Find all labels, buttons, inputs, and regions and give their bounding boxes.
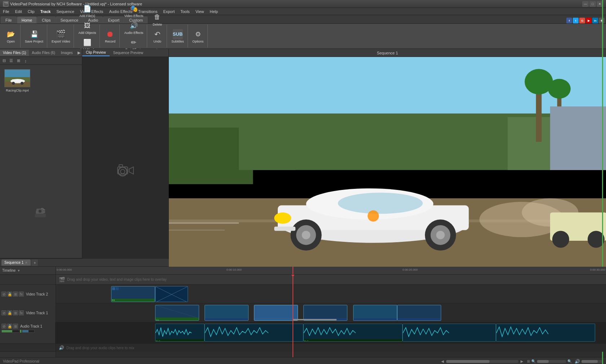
open-button[interactable]: 📂 Open [3, 28, 19, 44]
export-icon: 🎬 [56, 29, 66, 39]
clip-preview-tabs: Clip Preview Sequence Preview [82, 49, 168, 57]
at1-add-btn[interactable]: ⊞ [13, 324, 18, 329]
vt1-clip-4[interactable] [303, 305, 347, 321]
master-volume-slider[interactable] [581, 360, 603, 363]
grid-view-btn[interactable]: ⊞ [15, 58, 22, 64]
audio-clip-2[interactable] [205, 324, 304, 342]
tab-file[interactable]: File [1, 17, 17, 23]
svg-point-39 [338, 193, 423, 214]
vt1-lock-btn[interactable]: 🔒 [7, 310, 12, 315]
video-effects-button[interactable]: 🎭 Video Effects [122, 3, 146, 19]
view-toggle-btn[interactable]: ⊟ [1, 58, 7, 64]
minimize-button[interactable]: — [582, 1, 589, 7]
ribbon-group-open: 📂 Open [1, 25, 21, 48]
svg-rect-47 [274, 227, 295, 231]
audio-clip-5[interactable] [496, 324, 595, 342]
vt2-clip-2[interactable] [155, 286, 188, 302]
add-blank-icon: ⬜ [82, 37, 92, 48]
vt1-clip-5[interactable] [353, 305, 397, 321]
tab-clips[interactable]: Clips [37, 17, 55, 23]
google-icon[interactable]: G [579, 18, 585, 23]
menu-file[interactable]: File [0, 8, 12, 15]
sort-btn[interactable]: ↕ [22, 58, 29, 64]
clip-preview-tab[interactable]: Clip Preview [82, 49, 110, 56]
add-files-button[interactable]: 📄 Add File(s) [77, 3, 97, 19]
zoom-slider[interactable] [537, 360, 566, 363]
list-view-btn[interactable]: ☰ [8, 58, 14, 64]
vt1-clip-3[interactable] [254, 305, 298, 321]
menu-sequence[interactable]: Sequence [53, 8, 77, 15]
window-controls[interactable]: — □ ✕ [582, 1, 603, 7]
svg-point-17 [118, 167, 127, 176]
delete-label: Delete [153, 23, 162, 26]
menu-view[interactable]: View [193, 8, 207, 15]
audio-vol-slider[interactable] [1, 330, 19, 333]
volume-area: 🔊 [575, 359, 603, 364]
sequence-1-tab[interactable]: Sequence 1 ✕ [1, 259, 31, 266]
audio-clip-3[interactable]: ⊞ ↺ [303, 324, 403, 342]
vt1-clip-1[interactable]: FX [155, 305, 199, 321]
add-objects-button[interactable]: 🖼 Add Objects [76, 19, 98, 36]
at1-mute-btn[interactable]: ⊘ [1, 324, 6, 329]
vt1-clip-6[interactable] [397, 305, 441, 321]
vt1-mute-btn[interactable]: ⊘ [1, 310, 6, 315]
timeline-scrollbar[interactable] [446, 360, 518, 363]
zoom-in-btn[interactable]: 🔍 [531, 359, 536, 363]
menu-help[interactable]: Help [207, 8, 221, 15]
sequence-1-close[interactable]: ✕ [25, 261, 28, 265]
ribbon-group-add: 📄 Add File(s) 🖼 Add Objects ⬜ Add Blank … [75, 25, 100, 48]
audio-effects-button[interactable]: 🔊 Audio Effects [122, 19, 145, 36]
tab-audio-files[interactable]: Audio Files (6) [29, 50, 58, 56]
menu-clip[interactable]: Clip [25, 8, 38, 15]
delete-button[interactable]: 🗑 Delete [149, 11, 165, 27]
svg-rect-31 [550, 106, 606, 170]
linkedin-icon[interactable]: in [592, 18, 598, 23]
menu-track[interactable]: Track [38, 8, 54, 15]
vt2-clip-1[interactable]: FX [111, 286, 155, 302]
zoom-out-btn[interactable]: 🔍 [567, 359, 572, 363]
menu-edit[interactable]: Edit [12, 8, 25, 15]
scroll-left-btn[interactable]: ◀ [440, 359, 445, 364]
media-item-racing-clip[interactable]: RacingClip.mp4 [3, 68, 32, 94]
add-sequence-btn[interactable]: + [31, 259, 38, 266]
vt2-fx-btn[interactable]: fx [19, 292, 24, 297]
svg-marker-20 [129, 167, 133, 174]
vt1-fx-btn[interactable]: fx [19, 310, 24, 315]
youtube-icon[interactable]: ▶ [586, 18, 592, 23]
audio-pan-slider[interactable] [22, 330, 35, 333]
maximize-button[interactable]: □ [589, 1, 596, 7]
audio-clip-4[interactable] [403, 324, 496, 342]
scroll-right-btn[interactable]: ▶ [520, 359, 524, 364]
options-button[interactable]: ⚙ Options [190, 28, 206, 44]
tab-video-files[interactable]: Video Files (1) [0, 50, 29, 56]
export-video-button[interactable]: 🎬 Export Video [49, 28, 72, 44]
tab-home[interactable]: Home [17, 17, 37, 23]
rss-icon[interactable]: ⊕ [599, 18, 605, 23]
ribbon-group-edit: 🗑 Delete ↶ Undo ↷ Redo [148, 25, 167, 48]
timeline-dropdown[interactable]: ▼ [17, 269, 20, 272]
record-button[interactable]: ⏺ Record [102, 28, 118, 44]
tab-export[interactable]: Export [103, 17, 124, 23]
tab-images[interactable]: Images [58, 50, 76, 56]
zoom-fit-btn[interactable]: ⊞ [527, 359, 530, 363]
vt1-clip-2[interactable] [205, 305, 249, 321]
media-tabs-more[interactable]: ▶ [76, 49, 82, 56]
undo-button[interactable]: ↶ Undo [149, 28, 165, 44]
at1-lock-btn[interactable]: 🔒 [7, 324, 12, 329]
audio-clip-1[interactable]: ⊞ ↺ [155, 324, 205, 342]
video-track-2-header: ⊘ 🔒 ⊞ fx Video Track 2 [0, 285, 56, 303]
save-project-button[interactable]: 💾 Save Project [23, 28, 45, 44]
twitter-icon[interactable]: t [573, 18, 579, 23]
menu-tools[interactable]: Tools [177, 8, 193, 15]
vt2-mute-btn[interactable]: ⊘ [1, 292, 6, 297]
facebook-icon[interactable]: f [566, 18, 572, 23]
vt2-add-btn[interactable]: ⊞ [13, 292, 18, 297]
open-label: Open [7, 40, 15, 43]
video-effects-label: Video Effects [124, 14, 144, 18]
vt2-lock-btn[interactable]: 🔒 [7, 292, 12, 297]
svg-rect-5 [12, 79, 22, 82]
subtitles-button[interactable]: SUB Subtitles [169, 28, 186, 44]
vt1-add-btn[interactable]: ⊞ [13, 310, 18, 315]
add-objects-label: Add Objects [78, 31, 96, 35]
sequence-preview-tab[interactable]: Sequence Preview [110, 50, 147, 56]
